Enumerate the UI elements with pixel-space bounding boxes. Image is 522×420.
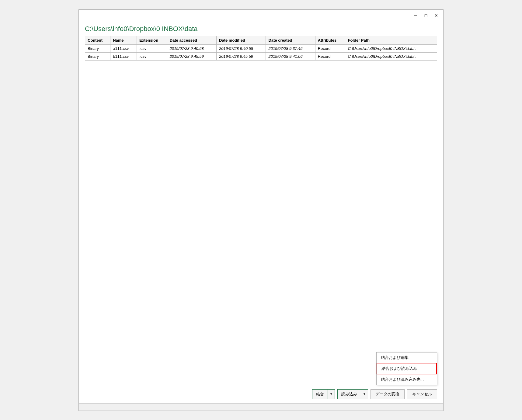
table-cell: 2019/07/28 9:45:59 — [217, 52, 266, 60]
table-cell: a111.csv — [110, 44, 137, 52]
load-split-button[interactable]: 読み込み ▾ — [337, 389, 368, 399]
table-row[interactable]: Binaryb111.csv.csv2019/07/28 9:45:592019… — [85, 52, 437, 60]
dropdown-item-combine-load-to[interactable]: 結合および読み込み先... — [377, 374, 437, 385]
col-header-date-modified: Date modified — [217, 36, 266, 44]
table-cell: 2019/07/28 9:40:58 — [167, 44, 216, 52]
dropdown-item-combine-edit[interactable]: 結合および編集 — [377, 352, 437, 363]
content-area: Content Name Extension Date accessed Dat… — [79, 36, 443, 385]
table-empty-area — [85, 61, 437, 382]
combine-split-button[interactable]: 結合 ▾ — [312, 389, 335, 399]
table-cell: 2019/07/28 9:45:59 — [167, 52, 216, 60]
combine-main-button[interactable]: 結合 — [312, 389, 328, 399]
col-header-date-created: Date created — [266, 36, 315, 44]
col-header-content: Content — [85, 36, 110, 44]
table-cell: Binary — [85, 52, 110, 60]
table-cell: C:\Users\info0\Dropbox\0 INBOX\data\ — [345, 44, 437, 52]
cancel-button[interactable]: キャンセル — [407, 389, 437, 399]
col-header-attributes: Attributes — [315, 36, 345, 44]
table-cell: Record — [315, 44, 345, 52]
combine-arrow-button[interactable]: ▾ — [328, 389, 335, 399]
table-cell: Binary — [85, 44, 110, 52]
table-cell: 2019/07/28 9:41:06 — [266, 52, 315, 60]
dropdown-menu: 結合および編集 結合および読み込み 結合および読み込み先... — [376, 352, 437, 385]
col-header-name: Name — [110, 36, 137, 44]
table-cell: b111.csv — [110, 52, 137, 60]
table-cell: C:\Users\info0\Dropbox\0 INBOX\data\ — [345, 52, 437, 60]
transform-button[interactable]: データの変換 — [371, 389, 405, 399]
load-arrow-button[interactable]: ▾ — [361, 389, 368, 399]
close-button[interactable]: ✕ — [432, 12, 441, 19]
table-header-row: Content Name Extension Date accessed Dat… — [85, 36, 437, 44]
minimize-button[interactable]: ─ — [411, 12, 420, 19]
col-header-extension: Extension — [137, 36, 167, 44]
file-table: Content Name Extension Date accessed Dat… — [85, 36, 437, 61]
status-bar — [79, 403, 443, 411]
table-cell: 2019/07/28 9:40:58 — [217, 44, 266, 52]
table-cell: Record — [315, 52, 345, 60]
bottom-bar: 結合 ▾ 読み込み ▾ データの変換 キャンセル 結合および編集 結合および読み… — [79, 385, 443, 403]
table-row[interactable]: Binarya111.csv.csv2019/07/28 9:40:582019… — [85, 44, 437, 52]
window-path: C:\Users\info0\Dropbox\0 INBOX\data — [79, 21, 443, 36]
col-header-date-accessed: Date accessed — [167, 36, 216, 44]
table-cell: 2019/07/28 9:37:45 — [266, 44, 315, 52]
table-cell: .csv — [137, 44, 167, 52]
load-main-button[interactable]: 読み込み — [337, 389, 361, 399]
maximize-button[interactable]: □ — [421, 12, 430, 19]
main-window: ─ □ ✕ C:\Users\info0\Dropbox\0 INBOX\dat… — [78, 9, 444, 411]
col-header-folder-path: Folder Path — [345, 36, 437, 44]
dropdown-item-combine-load[interactable]: 結合および読み込み — [377, 363, 437, 374]
titlebar: ─ □ ✕ — [79, 10, 443, 21]
table-cell: .csv — [137, 52, 167, 60]
